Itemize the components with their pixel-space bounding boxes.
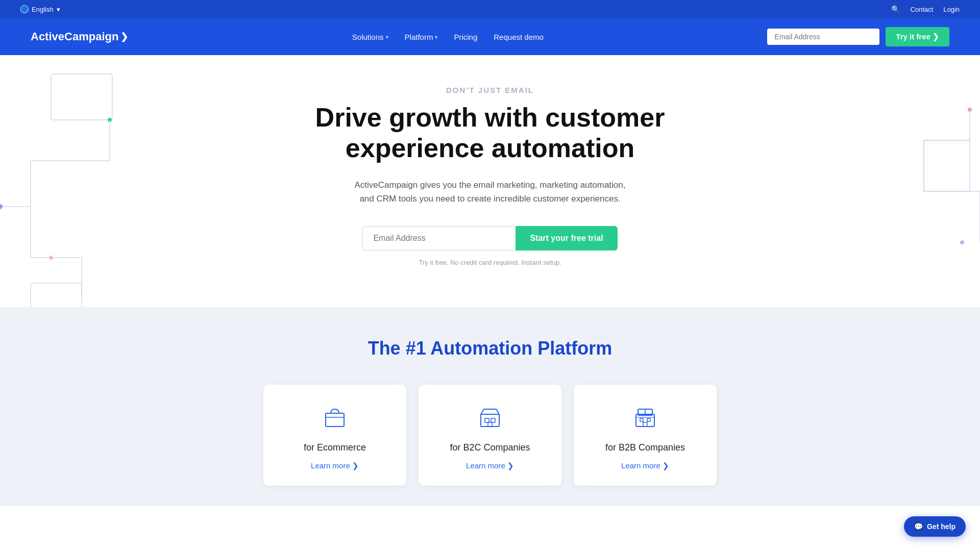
- b2b-icon: [633, 405, 657, 434]
- card-b2b: for B2B Companies Learn more ❯: [574, 385, 717, 486]
- b2b-link[interactable]: Learn more ❯: [621, 461, 669, 470]
- svg-point-1: [108, 118, 112, 122]
- svg-rect-9: [326, 413, 344, 427]
- nav-platform[interactable]: Platform ▾: [405, 33, 438, 41]
- svg-rect-15: [636, 414, 654, 427]
- b2c-link[interactable]: Learn more ❯: [466, 461, 514, 470]
- svg-rect-4: [31, 283, 82, 307]
- globe-icon: 🌐: [20, 5, 29, 13]
- ecommerce-icon: [323, 405, 347, 434]
- language-selector[interactable]: 🌐 English ▾: [20, 5, 60, 13]
- nav-pricing[interactable]: Pricing: [454, 33, 477, 41]
- hero-subtitle: ActiveCampaign gives you the email marke…: [347, 178, 633, 206]
- deco-left: [0, 55, 128, 307]
- platform-caret: ▾: [435, 34, 437, 40]
- svg-point-3: [49, 256, 53, 260]
- cards-row: for Ecommerce Learn more ❯ for B2C Compa…: [20, 385, 960, 486]
- svg-rect-16: [640, 418, 643, 421]
- hero-title: Drive growth with customer experience au…: [306, 103, 674, 164]
- svg-rect-17: [647, 418, 650, 421]
- b2c-title: for B2C Companies: [450, 442, 530, 453]
- top-bar: 🌐 English ▾ 🔍 Contact Login: [0, 0, 980, 18]
- ecommerce-title: for Ecommerce: [304, 442, 366, 453]
- solutions-caret: ▾: [386, 34, 388, 40]
- svg-rect-13: [491, 418, 495, 422]
- svg-rect-18: [643, 422, 647, 427]
- b2c-icon: [478, 405, 502, 434]
- logo-arrow: ❯: [120, 31, 128, 42]
- top-bar-actions: 🔍 Contact Login: [891, 5, 960, 13]
- logo[interactable]: ActiveCampaign ❯: [31, 30, 128, 43]
- svg-rect-14: [488, 422, 492, 427]
- hero-form: Start your free trial: [362, 226, 617, 251]
- nav-try-free-button[interactable]: Try it free ❯: [886, 27, 949, 46]
- svg-rect-12: [485, 418, 489, 422]
- hero-submit-button[interactable]: Start your free trial: [516, 226, 617, 251]
- contact-link[interactable]: Contact: [910, 6, 933, 13]
- bottom-section: The #1 Automation Platform for Ecommerce…: [0, 307, 980, 506]
- svg-rect-0: [51, 74, 112, 120]
- hero-eyebrow: DON’T JUST EMAIL: [446, 86, 534, 94]
- login-link[interactable]: Login: [943, 6, 960, 13]
- svg-point-6: [968, 108, 972, 112]
- nav-solutions[interactable]: Solutions ▾: [352, 33, 388, 41]
- nav-email-input[interactable]: [767, 29, 879, 45]
- svg-rect-7: [924, 140, 970, 191]
- nav-links: Solutions ▾ Platform ▾ Pricing Request d…: [352, 33, 544, 41]
- card-ecommerce: for Ecommerce Learn more ❯: [263, 385, 406, 486]
- deco-right: [919, 55, 980, 307]
- search-icon[interactable]: 🔍: [891, 5, 900, 13]
- language-caret: ▾: [57, 6, 60, 13]
- svg-point-2: [0, 204, 3, 209]
- logo-text: ActiveCampaign: [31, 30, 118, 43]
- language-label: English: [32, 6, 54, 13]
- card-b2c: for B2C Companies Learn more ❯: [419, 385, 561, 486]
- hero-section: DON’T JUST EMAIL Drive growth with custo…: [0, 55, 980, 307]
- svg-rect-11: [481, 414, 499, 427]
- nav-request-demo[interactable]: Request demo: [494, 33, 544, 41]
- svg-point-8: [960, 240, 964, 244]
- hero-fine-print: Try it free. No credit card required. In…: [419, 259, 561, 266]
- main-nav: ActiveCampaign ❯ Solutions ▾ Platform ▾ …: [0, 18, 980, 55]
- bottom-title: The #1 Automation Platform: [20, 338, 960, 359]
- ecommerce-link[interactable]: Learn more ❯: [311, 461, 359, 470]
- hero-email-input[interactable]: [362, 226, 516, 251]
- b2b-title: for B2B Companies: [605, 442, 685, 453]
- nav-actions: Try it free ❯: [767, 27, 949, 46]
